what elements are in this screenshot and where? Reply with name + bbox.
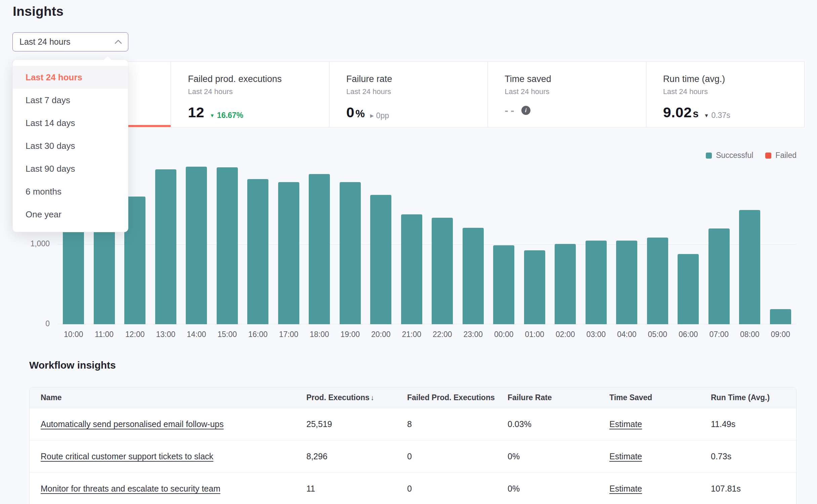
sort-desc-icon: ↓ bbox=[371, 394, 374, 402]
estimate-link[interactable]: Estimate bbox=[609, 419, 642, 429]
chart-bar bbox=[217, 167, 238, 324]
chart-x-tick-label: 01:00 bbox=[519, 330, 550, 339]
estimate-link[interactable]: Estimate bbox=[609, 484, 642, 494]
chart-x-tick-label: 10:00 bbox=[58, 330, 89, 339]
time-filter-option[interactable]: Last 90 days bbox=[13, 157, 128, 180]
card-value: 0 bbox=[346, 104, 354, 121]
chart-x-tick-label: 11:00 bbox=[89, 330, 120, 339]
table-column-header[interactable]: Failed Prod. Executions bbox=[407, 393, 508, 402]
time-filter-option[interactable]: 6 months bbox=[13, 180, 128, 203]
y-axis-tick-label: 1,000 bbox=[13, 239, 50, 248]
run-time-cell: 0.73s bbox=[711, 452, 796, 461]
chart-bar bbox=[432, 218, 453, 324]
table-row: Route critical customer support tickets … bbox=[30, 440, 796, 473]
card-delta: 0pp bbox=[376, 111, 389, 120]
stat-card-failed-prod-executions[interactable]: Failed prod. executions Last 24 hours 12… bbox=[171, 62, 329, 127]
chart-bar bbox=[586, 241, 607, 324]
estimate-link[interactable]: Estimate bbox=[609, 452, 642, 461]
workflow-name-link[interactable]: Monitor for threats and escalate to secu… bbox=[41, 484, 220, 494]
insights-page: Insights Failed prod. executions Last 24… bbox=[0, 0, 817, 504]
chart-x-tick-label: 18:00 bbox=[304, 330, 335, 339]
info-icon[interactable]: i bbox=[521, 106, 530, 115]
chart-bar bbox=[524, 250, 545, 324]
stat-card-time-saved[interactable]: Time saved Last 24 hours -- i bbox=[487, 62, 646, 127]
menu-caret-icon bbox=[103, 55, 112, 64]
chart-x-tick-label: 17:00 bbox=[273, 330, 304, 339]
time-filter-menu: Last 24 hoursLast 7 daysLast 14 daysLast… bbox=[12, 59, 128, 232]
time-filter-option[interactable]: Last 14 days bbox=[13, 112, 128, 134]
chart-x-tick-label: 02:00 bbox=[550, 330, 581, 339]
time-filter-select[interactable]: Last 24 hours bbox=[12, 32, 128, 51]
failed-prod-executions-cell: 8 bbox=[407, 419, 508, 429]
trend-down-icon: ▼ bbox=[704, 113, 709, 118]
chart-bar bbox=[278, 182, 299, 324]
chart-x-tick-label: 12:00 bbox=[120, 330, 150, 339]
chart-x-tick-label: 05:00 bbox=[642, 330, 673, 339]
table-column-header[interactable]: Failure Rate bbox=[508, 393, 609, 402]
time-filter-option[interactable]: Last 30 days bbox=[13, 134, 128, 157]
chart-bar bbox=[647, 238, 668, 324]
card-delta: 0.37s bbox=[711, 111, 730, 120]
chart-x-tick-label: 21:00 bbox=[396, 330, 427, 339]
failed-prod-executions-cell: 0 bbox=[407, 484, 508, 494]
card-value: 12 bbox=[188, 104, 204, 121]
chart-bar bbox=[155, 169, 176, 324]
card-title: Failed prod. executions bbox=[188, 74, 322, 84]
trend-flat-icon: ▶ bbox=[370, 113, 374, 118]
time-filter-option[interactable]: Last 7 days bbox=[13, 89, 128, 112]
chart-x-tick-label: 23:00 bbox=[458, 330, 489, 339]
chart-x-tick-label: 19:00 bbox=[335, 330, 366, 339]
stat-card-failure-rate[interactable]: Failure rate Last 24 hours 0 % ▶ 0pp bbox=[329, 62, 487, 127]
chart-plot bbox=[58, 155, 796, 324]
card-value: -- bbox=[505, 104, 516, 117]
chart-bar bbox=[463, 228, 484, 324]
chart-x-tick-label: 22:00 bbox=[427, 330, 458, 339]
chart-bar bbox=[493, 245, 514, 324]
table-column-header[interactable]: Prod. Executions↓ bbox=[306, 393, 407, 402]
card-subtitle: Last 24 hours bbox=[663, 87, 798, 96]
chart-bar bbox=[616, 241, 637, 324]
prod-executions-cell: 11 bbox=[306, 484, 407, 494]
failure-rate-cell: 0% bbox=[508, 452, 609, 461]
chart-bar bbox=[94, 224, 115, 324]
time-filter-option[interactable]: Last 24 hours bbox=[13, 66, 128, 89]
prod-executions-cell: 8,296 bbox=[306, 452, 407, 461]
trend-down-icon: ▼ bbox=[210, 113, 215, 118]
workflow-name-link[interactable]: Automatically send personalised email fo… bbox=[41, 419, 224, 429]
card-title: Failure rate bbox=[346, 74, 481, 84]
run-time-cell: 11.49s bbox=[711, 419, 796, 429]
time-filter-option[interactable]: One year bbox=[13, 203, 128, 226]
card-subtitle: Last 24 hours bbox=[505, 87, 639, 96]
chart-bar bbox=[186, 167, 207, 324]
chart-bar bbox=[340, 182, 361, 324]
failure-rate-cell: 0% bbox=[508, 484, 609, 494]
workflow-table-body: Automatically send personalised email fo… bbox=[30, 408, 796, 504]
chart-x-labels: 10:0011:0012:0013:0014:0015:0016:0017:00… bbox=[58, 330, 796, 341]
table-row: Monitor for threats and escalate to secu… bbox=[30, 473, 796, 504]
run-time-cell: 107.81s bbox=[711, 484, 796, 494]
chart-x-tick-label: 13:00 bbox=[150, 330, 181, 339]
chart-bar bbox=[370, 195, 391, 324]
chart-bar bbox=[708, 228, 730, 324]
chart-bar bbox=[247, 179, 268, 324]
table-column-header[interactable]: Time Saved bbox=[609, 393, 711, 402]
page-title: Insights bbox=[13, 4, 63, 19]
failed-prod-executions-cell: 0 bbox=[407, 452, 508, 461]
chart-x-tick-label: 08:00 bbox=[734, 330, 765, 339]
chart-bar bbox=[678, 254, 699, 324]
workflow-name-link[interactable]: Route critical customer support tickets … bbox=[41, 452, 213, 461]
workflow-table-header: NameProd. Executions↓Failed Prod. Execut… bbox=[30, 387, 796, 408]
failure-rate-cell: 0.03% bbox=[508, 419, 609, 429]
chart-x-tick-label: 07:00 bbox=[704, 330, 735, 339]
card-title: Run time (avg.) bbox=[663, 74, 798, 84]
y-axis-tick-label: 0 bbox=[13, 319, 50, 328]
card-subtitle: Last 24 hours bbox=[188, 87, 322, 96]
stat-card-run-time[interactable]: Run time (avg.) Last 24 hours 9.02 s ▼ 0… bbox=[646, 62, 804, 127]
table-column-header[interactable]: Name bbox=[41, 393, 306, 402]
table-column-header[interactable]: Run Time (Avg.) bbox=[711, 393, 796, 402]
chart-bar bbox=[309, 174, 330, 324]
chart-x-tick-label: 14:00 bbox=[181, 330, 212, 339]
card-value: 9.02 bbox=[663, 104, 692, 121]
workflow-insights-heading: Workflow insights bbox=[29, 360, 116, 371]
chart-x-tick-label: 09:00 bbox=[765, 330, 796, 339]
